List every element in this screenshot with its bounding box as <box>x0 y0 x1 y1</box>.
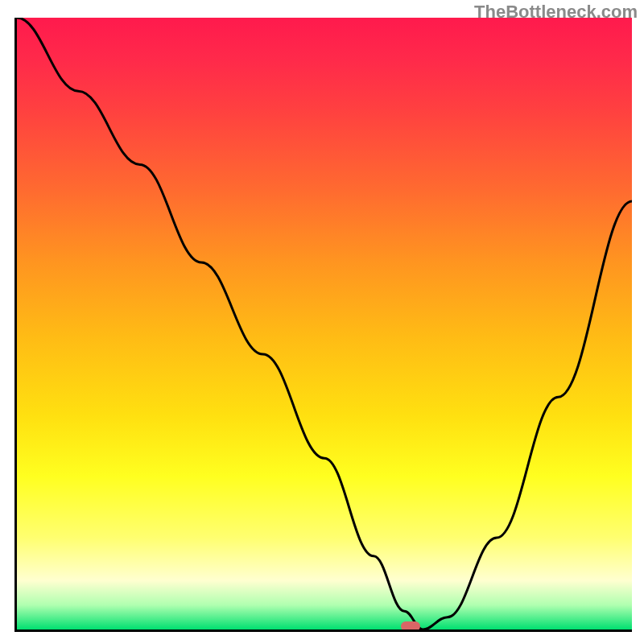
watermark-text: TheBottleneck.com <box>474 2 638 23</box>
curve-svg <box>17 18 632 630</box>
bottleneck-chart: TheBottleneck.com <box>0 0 644 644</box>
bottleneck-curve-path <box>17 18 632 630</box>
optimal-marker <box>401 621 420 631</box>
plot-area <box>14 18 632 632</box>
